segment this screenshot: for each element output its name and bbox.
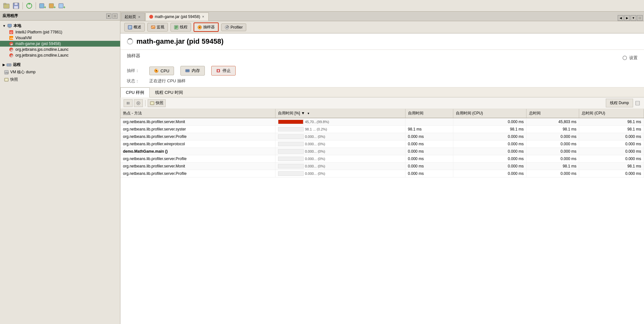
profiler-table: 热点 - 方法 自用时间 [%] ▼ ▼ 自用时间 自用时间 (CPU) [120, 109, 644, 177]
col-total-time[interactable]: 总时间 [527, 109, 579, 118]
save-icon[interactable] [12, 2, 20, 10]
jps2-item-label: org.jetbrains.jps.cmdline.Launc [15, 53, 68, 58]
pause-btn[interactable] [124, 99, 133, 107]
tab-dropdown-btn[interactable]: ▼ [631, 15, 636, 21]
nav-monitor[interactable]: 监视 [147, 23, 168, 32]
tbar-separator [145, 100, 145, 106]
cell-method: demo.MathGame.main () [120, 148, 275, 155]
table-settings-icon[interactable] [634, 101, 641, 105]
main-layout: 应用程序 ✕ □ ▼ 本地 IJ IntelliJ Platform (pid … [0, 12, 644, 324]
tab-mathgame[interactable]: math-game.jar (pid 59458) ✕ [145, 13, 209, 21]
cell-total-time: 98.1 ms [527, 163, 579, 170]
table-row[interactable]: org.netbeans.lib.profiler.server.syster9… [120, 126, 644, 133]
resume-btn[interactable] [134, 99, 143, 107]
settings-label[interactable]: 设置 [629, 55, 638, 61]
nav-overview[interactable]: 概述 [124, 23, 145, 32]
snapshot-tbar-btn[interactable]: 快照 [148, 99, 166, 107]
tab-start-page[interactable]: 起始页 ✕ [121, 13, 145, 21]
tab-cpu-sample[interactable]: CPU 样例 [120, 87, 150, 97]
cell-self-time: 98.1 ms [405, 126, 453, 133]
col-self-pct-label: 自用时间 [%] ▼ [278, 111, 305, 115]
cell-self-time: 0.000 ms [405, 140, 453, 148]
sidebar-close-btn[interactable]: ✕ [106, 14, 111, 19]
sidebar-restore-btn[interactable]: □ [112, 14, 117, 19]
col-self-pct[interactable]: 自用时间 [%] ▼ ▼ [275, 109, 405, 118]
tbar-right: 线程 Dump [606, 99, 633, 107]
tab-mathgame-close[interactable]: ✕ [201, 15, 205, 19]
svg-rect-63 [636, 101, 640, 105]
java-icon-2: ☕ [9, 47, 13, 52]
svg-text:+: + [54, 5, 56, 9]
cell-self-cpu: 0.000 ms [453, 155, 527, 163]
tab-thread-cpu-time[interactable]: 线程 CPU 时间 [150, 87, 188, 97]
table-row[interactable]: org.netbeans.lib.profiler.server.Monit0.… [120, 163, 644, 170]
add-remote-icon[interactable]: + [48, 2, 56, 10]
table-row[interactable]: org.netbeans.lib.profiler.wireprotocol0.… [120, 140, 644, 148]
svg-rect-54 [188, 70, 189, 71]
cell-method: org.netbeans.lib.profiler.wireprotocol [120, 140, 275, 148]
cell-self-cpu: 0.000 ms [453, 118, 527, 126]
tab-start-page-close[interactable]: ✕ [137, 15, 141, 19]
chevron-right-icon: ▶ [3, 63, 5, 67]
section-vmdump[interactable]: VM VM 核心 dump [0, 68, 120, 76]
thread-dump-btn[interactable]: 线程 Dump [606, 99, 633, 107]
col-method[interactable]: 热点 - 方法 [120, 109, 275, 118]
section-remote[interactable]: ▶ 远程 [0, 61, 120, 68]
add-local-icon[interactable]: + [58, 2, 65, 10]
cell-self-cpu: 0.000 ms [453, 163, 527, 170]
nav-sampler[interactable]: 抽样器 [194, 22, 219, 32]
cell-total-time: 0.000 ms [527, 140, 579, 148]
table-row[interactable]: demo.MathGame.main ()0.000... (0%)0.000 … [120, 148, 644, 155]
tab-prev-btn[interactable]: ◀ [618, 15, 623, 21]
nav-monitor-label: 监视 [157, 24, 164, 30]
vmdump-label: VM 核心 dump [10, 69, 36, 75]
nav-thread[interactable]: 线程 [170, 23, 191, 32]
cell-self-cpu: 98.1 ms [453, 126, 527, 133]
sidebar-header: 应用程序 ✕ □ [0, 12, 120, 21]
local-label: 本地 [13, 23, 21, 29]
remote-icon [6, 62, 12, 68]
cell-self-cpu: 0.000 ms [453, 140, 527, 148]
sidebar-item-intellij[interactable]: IJ IntelliJ Platform (pid 77861) [0, 29, 120, 35]
tab-restore-btn[interactable]: □ [637, 15, 643, 21]
cell-self-cpu: 0.000 ms [453, 133, 527, 140]
add-jmx-icon[interactable]: + [39, 2, 46, 10]
section-snapshot[interactable]: 快照 [0, 76, 120, 83]
tab-next-btn[interactable]: ▶ [624, 15, 630, 21]
cell-total-time: 0.000 ms [527, 170, 579, 177]
sidebar-item-mathgame[interactable]: ☕ math-game.jar (pid 59458) [0, 41, 120, 47]
section-local[interactable]: ▼ 本地 [0, 22, 120, 29]
table-row[interactable]: org.netbeans.lib.profiler.server.Profile… [120, 170, 644, 177]
sampler-section-label: 抽样器 [127, 53, 140, 59]
panel-title: math-game.jar (pid 59458) [136, 37, 223, 46]
cell-self-pct: 0.000... (0%) [275, 140, 405, 148]
stop-sample-btn[interactable]: 停止 [211, 66, 236, 76]
col-self-time[interactable]: 自用时间 [405, 109, 453, 118]
col-total-cpu[interactable]: 总时间 (CPU) [579, 109, 644, 118]
visualvm-item-label: VisualVM [15, 36, 31, 40]
svg-rect-59 [128, 102, 129, 104]
memory-sample-btn[interactable]: 内存 [180, 66, 205, 76]
sidebar-item-jps2[interactable]: ☕ org.jetbrains.jps.cmdline.Launc [0, 52, 120, 58]
nav-thread-label: 线程 [180, 24, 187, 30]
refresh-icon[interactable] [25, 2, 33, 10]
table-row[interactable]: org.netbeans.lib.profiler.server.Monit 4… [120, 118, 644, 126]
col-self-cpu[interactable]: 自用时间 (CPU) [453, 109, 527, 118]
inner-nav: 概述 监视 线程 抽样器 Profiler [120, 21, 644, 33]
intellij-icon: IJ [9, 30, 13, 34]
tab-start-page-label: 起始页 [125, 14, 136, 20]
table-row[interactable]: org.netbeans.lib.profiler.server.Profile… [120, 155, 644, 163]
cell-total-cpu: 0.000 ms [579, 140, 644, 148]
svg-text:+: + [44, 5, 46, 9]
open-icon[interactable] [3, 2, 10, 10]
nav-profiler[interactable]: Profiler [221, 23, 246, 31]
thread-dump-label: 线程 Dump [610, 101, 629, 105]
sidebar-item-visualvm[interactable]: VM VisualVM [0, 35, 120, 41]
cell-self-pct: 98.1 ... (0.2%) [275, 126, 405, 133]
cpu-sample-btn[interactable]: CPU [149, 67, 174, 75]
nav-overview-label: 概述 [134, 24, 141, 30]
sidebar-item-jps1[interactable]: ☕ org.jetbrains.jps.cmdline.Launc [0, 47, 120, 52]
tab-mathgame-label: math-game.jar (pid 59458) [155, 14, 200, 19]
table-row[interactable]: org.netbeans.lib.profiler.server.Profile… [120, 133, 644, 140]
intellij-item-label: IntelliJ Platform (pid 77861) [15, 30, 62, 34]
